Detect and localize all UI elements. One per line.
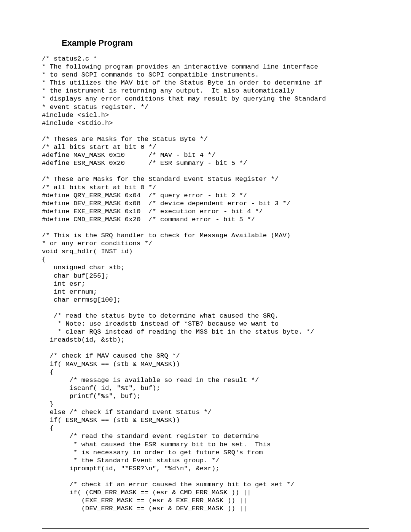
code-listing: /* status2.c * * The following program p… xyxy=(42,55,369,513)
page: Example Program /* status2.c * * The fol… xyxy=(0,0,411,532)
footer-rule xyxy=(42,528,369,529)
page-footer: Chapter 2 Programming the Status System … xyxy=(42,513,369,532)
section-heading: Example Program xyxy=(62,38,369,48)
